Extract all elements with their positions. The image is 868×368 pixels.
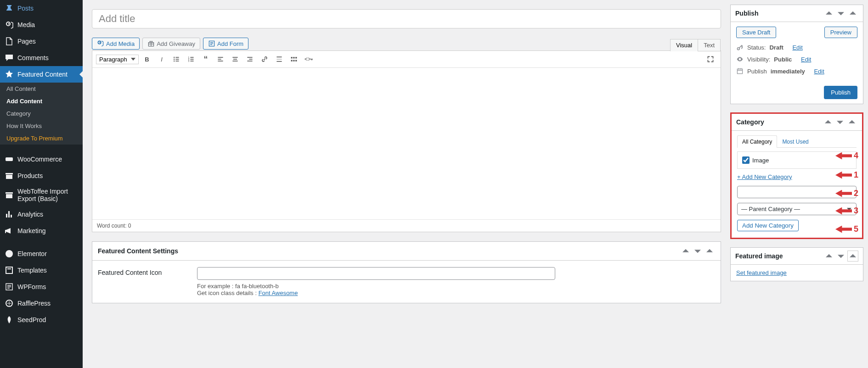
sidebar-item-media[interactable]: Media <box>0 17 83 33</box>
sidebar-item-woocommerce[interactable]: WooCommerce <box>0 151 83 167</box>
sidebar-item-pages[interactable]: Pages <box>0 33 83 50</box>
svg-rect-19 <box>190 59 193 60</box>
move-down-button[interactable] <box>692 245 703 256</box>
editor-toolbar: Paragraph B I 123 “ <>▾ <box>92 51 721 68</box>
svg-point-14 <box>174 61 175 61</box>
edit-schedule-link[interactable]: Edit <box>814 68 824 75</box>
toggle-button[interactable] <box>847 251 858 262</box>
tab-all-category[interactable]: All Category <box>737 135 777 148</box>
publish-button[interactable]: Publish <box>824 86 857 99</box>
svg-rect-25 <box>232 57 237 58</box>
archive-icon <box>5 171 14 180</box>
editor-body[interactable] <box>92 68 721 219</box>
sidebar-item-analytics[interactable]: Analytics <box>0 206 83 223</box>
submenu-category[interactable]: Category <box>0 107 83 120</box>
svg-rect-29 <box>249 59 252 60</box>
sidebar-item-rafflepress[interactable]: RafflePress <box>0 295 83 312</box>
settings-title: Featured Content Settings <box>98 247 680 255</box>
sidebar-item-label: RafflePress <box>17 300 51 307</box>
wpforms-icon <box>5 282 14 291</box>
submenu-all-content[interactable]: All Content <box>0 83 83 95</box>
tab-visual[interactable]: Visual <box>670 39 698 51</box>
submenu-add-content[interactable]: Add Content <box>0 95 83 107</box>
svg-rect-33 <box>276 61 282 62</box>
svg-rect-39 <box>295 60 297 61</box>
main-content: Add Media Add Giveaway Add Form Visual T… <box>83 0 730 368</box>
align-left-button[interactable] <box>214 53 227 66</box>
svg-rect-1 <box>6 157 13 161</box>
svg-rect-35 <box>293 57 294 58</box>
svg-rect-4 <box>7 268 11 269</box>
edit-visibility-link[interactable]: Edit <box>801 56 811 63</box>
quote-button[interactable]: “ <box>199 53 212 66</box>
tab-text[interactable]: Text <box>698 39 721 51</box>
save-draft-button[interactable]: Save Draft <box>736 27 776 38</box>
toggle-button[interactable] <box>847 8 858 19</box>
sidebar-item-label: Pages <box>17 38 36 45</box>
number-list-button[interactable]: 123 <box>185 53 197 66</box>
sidebar-item-label: Marketing <box>17 227 45 234</box>
add-form-button[interactable]: Add Form <box>203 38 248 50</box>
add-media-button[interactable]: Add Media <box>92 38 140 50</box>
align-center-button[interactable] <box>229 53 242 66</box>
move-down-button[interactable] <box>835 8 846 19</box>
sidebar-item-featured-content[interactable]: Featured Content <box>0 66 83 83</box>
toolbar-toggle-button[interactable] <box>287 53 300 66</box>
preview-button[interactable]: Preview <box>824 27 857 38</box>
sidebar-item-label: SeedProd <box>17 316 46 323</box>
add-category-button[interactable]: Add New Category <box>737 220 799 231</box>
italic-button[interactable]: I <box>155 53 168 66</box>
media-icon <box>5 20 14 29</box>
raffle-icon <box>5 299 14 308</box>
svg-rect-30 <box>247 61 252 61</box>
sidebar-item-marketing[interactable]: Marketing <box>0 223 83 239</box>
svg-rect-26 <box>233 59 237 60</box>
publish-title: Publish <box>735 10 823 17</box>
svg-rect-31 <box>276 56 282 57</box>
category-checkbox[interactable] <box>742 156 750 164</box>
featured-image-title: Featured image <box>735 252 823 260</box>
calendar-icon <box>736 67 744 75</box>
archive-icon <box>5 190 14 200</box>
megaphone-icon <box>5 226 14 235</box>
media-icon <box>97 40 104 47</box>
edit-status-link[interactable]: Edit <box>792 44 802 51</box>
icon-input[interactable] <box>197 267 555 280</box>
toggle-button[interactable] <box>704 245 715 256</box>
bullet-list-button[interactable] <box>170 53 183 66</box>
title-input[interactable] <box>92 9 721 28</box>
readmore-button[interactable] <box>273 53 286 66</box>
bold-button[interactable]: B <box>141 53 153 66</box>
tab-most-used[interactable]: Most Used <box>777 135 813 148</box>
add-category-link[interactable]: + Add New Category <box>737 173 792 180</box>
sidebar-item-seedprod[interactable]: SeedProd <box>0 312 83 328</box>
move-up-button[interactable] <box>823 117 834 128</box>
set-featured-image-link[interactable]: Set featured image <box>736 269 787 276</box>
toggle-button[interactable] <box>846 117 857 128</box>
link-button[interactable] <box>258 53 271 66</box>
move-up-button[interactable] <box>680 245 691 256</box>
pin-icon <box>5 4 14 13</box>
submenu-upgrade[interactable]: Upgrade To Premium <box>0 132 83 145</box>
sidebar-item-label: Featured Content <box>17 71 68 78</box>
sidebar-item-templates[interactable]: Templates <box>0 262 83 279</box>
add-giveaway-button[interactable]: Add Giveaway <box>142 38 200 50</box>
sidebar-item-comments[interactable]: Comments <box>0 50 83 66</box>
format-select[interactable]: Paragraph <box>96 55 139 64</box>
move-down-button[interactable] <box>835 251 846 262</box>
sidebar-item-elementor[interactable]: Elementor <box>0 245 83 262</box>
submenu-how-it-works[interactable]: How It Works <box>0 120 83 132</box>
code-button[interactable]: <>▾ <box>302 53 315 66</box>
sidebar-item-webtoffee[interactable]: WebToffee Import Export (Basic) <box>0 184 83 206</box>
sidebar-item-products[interactable]: Products <box>0 167 83 184</box>
move-up-button[interactable] <box>823 8 834 19</box>
sidebar-item-posts[interactable]: Posts <box>0 0 83 17</box>
sidebar-item-wpforms[interactable]: WPForms <box>0 279 83 295</box>
font-awesome-link[interactable]: Font Awesome <box>259 290 298 296</box>
align-right-button[interactable] <box>243 53 256 66</box>
fullscreen-button[interactable] <box>704 53 717 66</box>
move-up-button[interactable] <box>823 251 834 262</box>
elementor-icon <box>5 249 14 258</box>
move-down-button[interactable] <box>834 117 845 128</box>
seed-icon <box>5 315 14 324</box>
